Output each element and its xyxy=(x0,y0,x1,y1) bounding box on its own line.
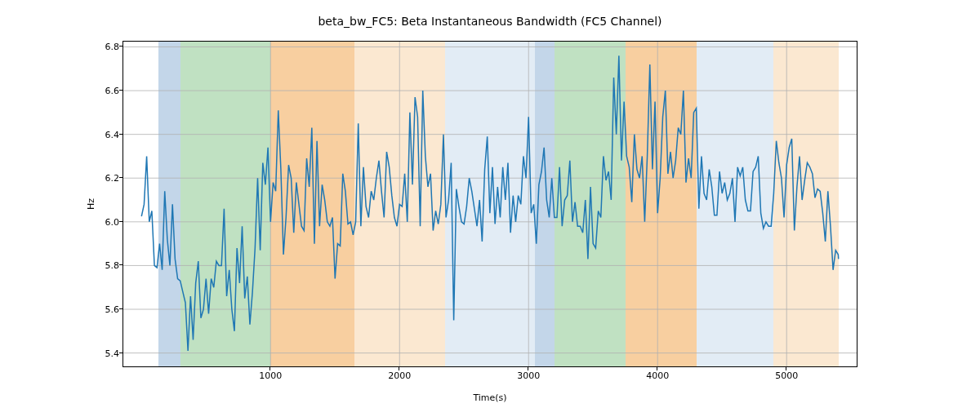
x-tick-mark xyxy=(270,367,270,370)
y-tick-mark xyxy=(119,90,122,91)
x-tick-mark xyxy=(399,367,399,370)
y-tick-mark xyxy=(119,177,122,178)
x-tick-mark xyxy=(657,367,657,370)
y-tick-label: 5.4 xyxy=(105,348,120,358)
y-tick-label: 6.2 xyxy=(105,173,120,184)
x-axis-label: Time(s) xyxy=(0,392,980,403)
y-tick-label: 5.8 xyxy=(105,260,120,271)
y-axis-label: Hz xyxy=(86,198,96,210)
chart-title: beta_bw_FC5: Beta Instantaneous Bandwidt… xyxy=(0,15,980,28)
y-tick-mark xyxy=(119,46,122,47)
x-tick-label: 4000 xyxy=(646,370,669,381)
y-tick-mark xyxy=(119,221,122,222)
x-tick-label: 3000 xyxy=(517,370,540,381)
x-tick-label: 2000 xyxy=(388,370,411,381)
y-tick-mark xyxy=(119,134,122,135)
y-tick-mark xyxy=(119,353,122,353)
y-tick-label: 6.0 xyxy=(105,216,120,227)
y-tick-mark xyxy=(119,308,122,309)
data-line xyxy=(141,55,838,351)
x-tick-label: 5000 xyxy=(775,370,798,381)
x-tick-mark xyxy=(528,367,528,370)
y-tick-label: 6.6 xyxy=(105,86,120,96)
chart-axes xyxy=(122,41,858,367)
y-tick-label: 5.6 xyxy=(105,304,120,315)
plot-svg xyxy=(123,42,857,366)
figure: beta_bw_FC5: Beta Instantaneous Bandwidt… xyxy=(0,0,980,408)
y-tick-mark xyxy=(119,264,122,265)
y-tick-label: 6.4 xyxy=(105,129,120,140)
x-tick-mark xyxy=(786,367,786,370)
y-tick-label: 6.8 xyxy=(105,42,120,52)
x-tick-label: 1000 xyxy=(259,370,282,381)
